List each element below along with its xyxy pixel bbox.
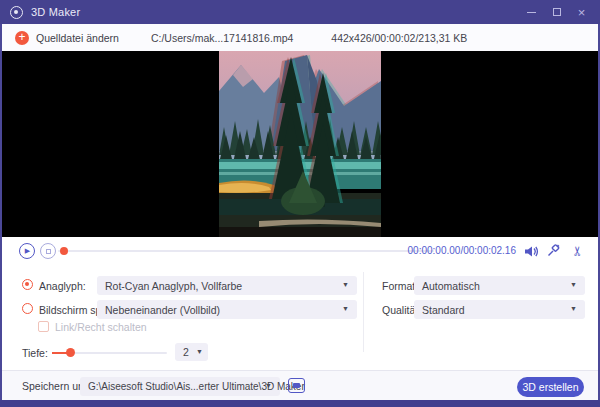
format-value: Automatisch [422,280,480,292]
volume-icon [524,245,539,258]
change-source-button[interactable]: Quelldatei ändern [36,32,119,44]
chevron-down-icon: ▼ [265,382,272,389]
window-title: 3D Maker [31,6,80,18]
column-divider [363,272,364,352]
depth-dropdown[interactable]: 2 ▼ [175,343,208,361]
swap-left-right-checkbox[interactable] [38,321,49,332]
format-dropdown[interactable]: Automatisch ▼ [414,276,585,295]
chevron-down-icon: ▼ [570,305,577,312]
chevron-down-icon: ▼ [196,348,203,355]
swap-left-right-label: Link/Recht schalten [55,321,147,333]
window-controls: × [519,0,594,24]
create-3d-button[interactable]: 3D erstellen [517,377,584,397]
close-button[interactable]: × [569,0,594,24]
video-preview-area [2,51,598,237]
folder-icon [293,383,300,388]
play-button[interactable]: ▶ [19,243,35,259]
anaglyph-label: Anaglyph: [39,280,86,292]
chevron-down-icon: ▼ [342,305,349,312]
app-logo-icon [10,6,23,19]
anaglyph-dropdown[interactable]: Rot-Cyan Anaglyph, Vollfarbe ▼ [97,276,357,295]
split-screen-value: Nebeneinander (Vollbild) [105,304,220,316]
split-screen-dropdown[interactable]: Nebeneinander (Vollbild) ▼ [97,300,357,319]
source-file-path: C:/Users/mak...17141816.mp4 [151,32,293,44]
depth-value: 2 [183,346,189,358]
minimize-icon [527,12,536,13]
app-window: 3D Maker × + Quelldatei ändern C:/Users/… [0,0,600,407]
quality-value: Standard [422,304,465,316]
pin-icon [546,244,560,258]
volume-button[interactable] [522,243,540,259]
chevron-down-icon: ▼ [570,281,577,288]
player-bar: ▶ 00:00:00.00/00:00:02.16 ✂ [2,237,598,268]
pin-button[interactable] [544,243,562,259]
playback-time: 00:00:00.00/00:00:02.16 [408,245,516,256]
close-icon: × [578,6,586,19]
chevron-down-icon: ▼ [342,281,349,288]
anaglyph-value: Rot-Cyan Anaglyph, Vollfarbe [105,280,242,292]
quality-dropdown[interactable]: Standard ▼ [414,300,585,319]
maximize-icon [553,8,561,16]
depth-label: Tiefe: [22,347,48,359]
save-path-dropdown[interactable]: G:\Aiseesoft Studio\Ais...erter Ultimate… [80,377,280,396]
depth-slider-thumb[interactable] [66,348,75,357]
title-bar: 3D Maker × [0,0,600,24]
save-path-value: G:\Aiseesoft Studio\Ais...erter Ultimate… [88,381,305,392]
split-screen-radio[interactable] [22,303,33,314]
footer-bar: Speichern unter: G:\Aiseesoft Studio\Ais… [2,370,598,400]
seek-slider-track[interactable] [58,250,434,252]
open-folder-button[interactable] [288,378,305,393]
settings-panel: Anaglyph: Rot-Cyan Anaglyph, Vollfarbe ▼… [2,268,598,370]
stop-button[interactable] [40,243,56,259]
window-border-bottom [0,400,600,407]
cut-button[interactable]: ✂ [569,242,585,260]
anaglyph-frame-image [219,51,381,237]
toolbar: + Quelldatei ändern C:/Users/mak...17141… [2,24,598,51]
play-icon: ▶ [25,247,30,255]
scissors-icon: ✂ [570,246,585,257]
add-file-icon: + [15,31,29,45]
source-file-info: 442x426/00:00:02/213,31 KB [331,32,467,44]
format-label: Format: [382,280,418,292]
seek-slider-thumb[interactable] [60,247,68,255]
anaglyph-radio[interactable] [22,279,33,290]
stop-icon [46,249,51,254]
minimize-button[interactable] [519,0,544,24]
maximize-button[interactable] [544,0,569,24]
